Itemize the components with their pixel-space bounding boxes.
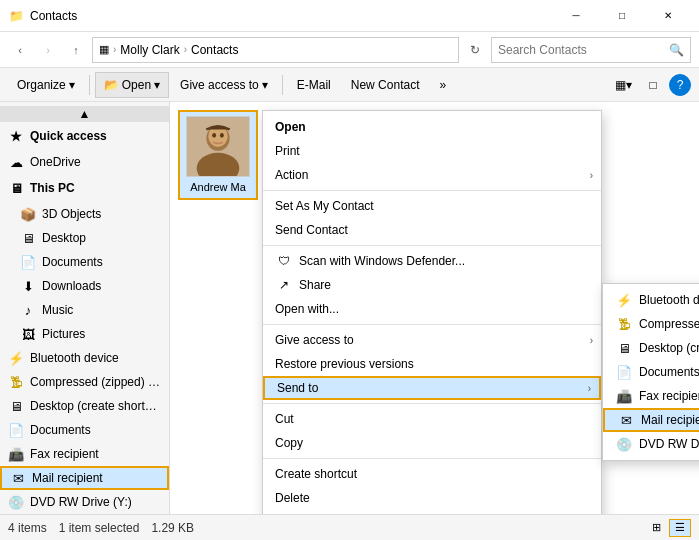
- sidebar-item-bluetooth[interactable]: ⚡ Bluetooth device: [0, 346, 169, 370]
- minimize-button[interactable]: ─: [553, 0, 599, 32]
- svg-point-4: [212, 133, 216, 138]
- ctx-send-contact[interactable]: Send Contact: [263, 218, 601, 242]
- sidebar-item-3d-objects[interactable]: 📦 3D Objects: [0, 202, 169, 226]
- refresh-button[interactable]: ↻: [463, 38, 487, 62]
- ctx-sep-5: [263, 458, 601, 459]
- ctx-scan[interactable]: 🛡 Scan with Windows Defender...: [263, 249, 601, 273]
- sidebar-item-desktop[interactable]: 🖥 Desktop: [0, 226, 169, 250]
- sidebar-scroll-up[interactable]: ▲: [0, 106, 169, 122]
- view-list-button[interactable]: ☰: [669, 519, 691, 537]
- sub-ctx-compressed[interactable]: 🗜 Compressed (zipped) folder: [603, 312, 699, 336]
- ctx-scan-label: Scan with Windows Defender...: [299, 254, 465, 268]
- close-button[interactable]: ✕: [645, 0, 691, 32]
- search-input[interactable]: [498, 43, 669, 57]
- layout-button[interactable]: □: [639, 72, 667, 98]
- sidebar-item-pictures[interactable]: 🖼 Pictures: [0, 322, 169, 346]
- breadcrumb-molly-label: Molly Clark: [120, 43, 179, 57]
- ctx-restore[interactable]: Restore previous versions: [263, 352, 601, 376]
- sub-ctx-bluetooth[interactable]: ⚡ Bluetooth device: [603, 288, 699, 312]
- sub-fax-icon: 📠: [615, 389, 633, 404]
- up-button[interactable]: ↑: [64, 38, 88, 62]
- ctx-open[interactable]: Open: [263, 115, 601, 139]
- open-button[interactable]: 📂 Open ▾: [95, 72, 169, 98]
- titlebar: 📁 Contacts ─ □ ✕: [0, 0, 699, 32]
- view-menu-button[interactable]: ▦▾: [609, 72, 637, 98]
- sidebar-item-quick-access[interactable]: ★ Quick access: [0, 122, 169, 150]
- sidebar-item-fax[interactable]: 📠 Fax recipient: [0, 442, 169, 466]
- contact-photo-andrew: [186, 116, 250, 177]
- contact-andrew-ma[interactable]: Andrew Ma: [178, 110, 258, 200]
- home-icon: ▦: [99, 43, 109, 56]
- sub-ctx-documents[interactable]: 📄 Documents: [603, 360, 699, 384]
- ctx-print-label: Print: [275, 144, 300, 158]
- breadcrumb[interactable]: ▦ › Molly Clark › Contacts: [92, 37, 459, 63]
- statusbar: 4 items 1 item selected 1.29 KB ⊞ ☰: [0, 514, 699, 540]
- organize-button[interactable]: Organize ▾: [8, 72, 84, 98]
- ctx-create-shortcut-label: Create shortcut: [275, 467, 357, 481]
- ctx-share[interactable]: ↗ Share: [263, 273, 601, 297]
- ctx-open-with[interactable]: Open with...: [263, 297, 601, 321]
- back-button[interactable]: ‹: [8, 38, 32, 62]
- sidebar-item-desktop-shortcut[interactable]: 🖥 Desktop (create shortcut): [0, 394, 169, 418]
- open-icon: 📂: [104, 78, 119, 92]
- breadcrumb-sep-1: ›: [113, 44, 116, 55]
- music-icon: ♪: [20, 303, 36, 318]
- sub-ctx-mail[interactable]: ✉ Mail recipient: [603, 408, 699, 432]
- help-button[interactable]: ?: [669, 74, 691, 96]
- ctx-action[interactable]: Action ›: [263, 163, 601, 187]
- give-access-label: Give access to: [180, 78, 259, 92]
- breadcrumb-contacts[interactable]: Contacts: [191, 43, 238, 57]
- ctx-give-access[interactable]: Give access to ›: [263, 328, 601, 352]
- sidebar-item-documents2[interactable]: 📄 Documents: [0, 418, 169, 442]
- ctx-cut[interactable]: Cut: [263, 407, 601, 431]
- give-access-arrow: ▾: [262, 78, 268, 92]
- sidebar-item-music[interactable]: ♪ Music: [0, 298, 169, 322]
- statusbar-item-count: 4 items: [8, 521, 47, 535]
- search-icon: 🔍: [669, 43, 684, 57]
- sidebar-item-compressed[interactable]: 🗜 Compressed (zipped) folder: [0, 370, 169, 394]
- organize-label: Organize: [17, 78, 66, 92]
- window-icon: 📁: [8, 8, 24, 24]
- sub-ctx-desktop[interactable]: 🖥 Desktop (create shortcut): [603, 336, 699, 360]
- share-icon: ↗: [275, 278, 293, 292]
- ctx-cut-label: Cut: [275, 412, 294, 426]
- ctx-share-label: Share: [299, 278, 331, 292]
- ctx-send-contact-label: Send Contact: [275, 223, 348, 237]
- statusbar-view-buttons: ⊞ ☰: [645, 519, 691, 537]
- sub-docs-icon: 📄: [615, 365, 633, 380]
- open-arrow: ▾: [154, 78, 160, 92]
- ctx-print[interactable]: Print: [263, 139, 601, 163]
- sidebar-item-downloads[interactable]: ⬇ Downloads: [0, 274, 169, 298]
- ctx-create-shortcut[interactable]: Create shortcut: [263, 462, 601, 486]
- desktop-icon: 🖥: [20, 231, 36, 246]
- ctx-send-to[interactable]: Send to ›: [263, 376, 601, 400]
- ctx-copy[interactable]: Copy: [263, 431, 601, 455]
- ctx-delete[interactable]: Delete: [263, 486, 601, 510]
- give-access-button[interactable]: Give access to ▾: [171, 72, 277, 98]
- email-button[interactable]: E-Mail: [288, 72, 340, 98]
- sidebar-item-documents[interactable]: 📄 Documents: [0, 250, 169, 274]
- sub-dvd-icon: 💿: [615, 437, 633, 452]
- view-grid-button[interactable]: ⊞: [645, 519, 667, 537]
- mail-icon: ✉: [10, 471, 26, 486]
- desktop-shortcut-icon: 🖥: [8, 399, 24, 414]
- ctx-set-my-contact-label: Set As My Contact: [275, 199, 374, 213]
- sidebar-item-mail[interactable]: ✉ Mail recipient: [0, 466, 169, 490]
- maximize-button[interactable]: □: [599, 0, 645, 32]
- ctx-set-my-contact[interactable]: Set As My Contact: [263, 194, 601, 218]
- more-button[interactable]: »: [430, 72, 455, 98]
- search-box: 🔍: [491, 37, 691, 63]
- sidebar-item-onedrive[interactable]: ☁ OneDrive: [0, 150, 169, 174]
- sidebar-item-this-pc[interactable]: 🖥 This PC: [0, 174, 169, 202]
- ctx-rename[interactable]: Rename: [263, 510, 601, 514]
- view-toggle: ▦▾ □ ?: [609, 72, 691, 98]
- breadcrumb-molly[interactable]: Molly Clark: [120, 43, 179, 57]
- sub-ctx-fax[interactable]: 📠 Fax recipient: [603, 384, 699, 408]
- more-label: »: [439, 78, 446, 92]
- forward-button[interactable]: ›: [36, 38, 60, 62]
- new-contact-button[interactable]: New Contact: [342, 72, 429, 98]
- ctx-delete-label: Delete: [275, 491, 310, 505]
- sidebar-item-dvd[interactable]: 💿 DVD RW Drive (Y:): [0, 490, 169, 514]
- sub-ctx-dvd[interactable]: 💿 DVD RW Drive (Y:): [603, 432, 699, 456]
- 3d-icon: 📦: [20, 207, 36, 222]
